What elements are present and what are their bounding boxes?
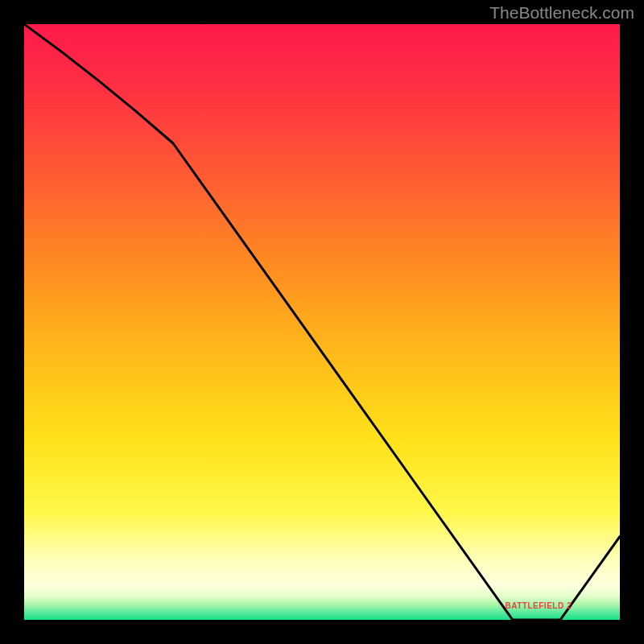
- chart-background: [24, 24, 620, 620]
- watermark-text: TheBottleneck.com: [489, 3, 634, 23]
- chart-svg: [24, 24, 620, 620]
- chart-container: [24, 24, 620, 620]
- series-label: BATTLEFIELD 2: [506, 601, 572, 610]
